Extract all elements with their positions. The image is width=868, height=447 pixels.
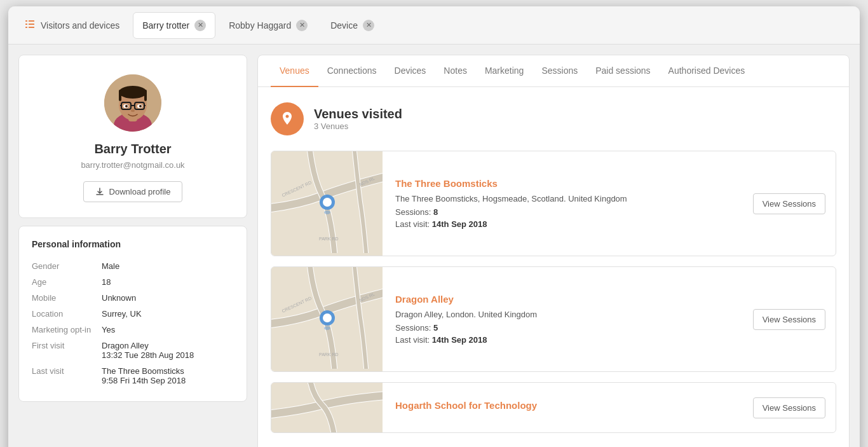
info-value-location: Surrey, UK xyxy=(102,309,234,319)
left-panel: Barry Trotter barry.trotter@notgmail.co.… xyxy=(18,55,247,447)
venue-sessions-1: Sessions: 8 xyxy=(395,207,740,217)
tab-robby-close[interactable]: ✕ xyxy=(296,20,308,31)
tab-barry-label: Barry trotter xyxy=(142,20,189,31)
right-panel: Venues Connections Devices Notes Marketi… xyxy=(257,55,850,447)
svg-rect-4 xyxy=(25,27,27,28)
venue-name-1: The Three Boomsticks xyxy=(395,178,740,189)
venues-header: Venues visited 3 Venues xyxy=(271,102,836,135)
svg-text:PARK RD: PARK RD xyxy=(319,352,339,357)
view-sessions-button-3[interactable]: View Sessions xyxy=(753,397,825,418)
tab-marketing[interactable]: Marketing xyxy=(476,55,532,87)
svg-point-36 xyxy=(324,326,330,330)
info-value-last-visit: The Three Boomsticks 9:58 Fri 14th Sep 2… xyxy=(102,366,234,385)
content-body: Venues visited 3 Venues xyxy=(258,87,849,447)
venues-count: 3 Venues xyxy=(314,121,402,131)
svg-rect-2 xyxy=(25,24,27,25)
info-label-last-visit: Last visit xyxy=(32,366,102,385)
tab-bar: Visitors and devices Barry trotter ✕ Rob… xyxy=(8,6,860,45)
svg-point-22 xyxy=(131,109,135,112)
content-tabs: Venues Connections Devices Notes Marketi… xyxy=(258,55,849,87)
info-value-age: 18 xyxy=(102,277,234,287)
personal-info-title: Personal information xyxy=(32,239,234,249)
main-content: Barry Trotter barry.trotter@notgmail.co.… xyxy=(8,45,860,447)
svg-rect-11 xyxy=(119,90,121,101)
svg-point-28 xyxy=(323,198,332,207)
download-profile-button[interactable]: Download profile xyxy=(83,181,183,202)
tab-authorised-devices[interactable]: Authorised Devices xyxy=(660,55,754,87)
tab-notes[interactable]: Notes xyxy=(435,55,476,87)
venue-name-3: Hogarth School for Technology xyxy=(395,400,740,411)
svg-rect-1 xyxy=(29,20,34,22)
personal-info-card: Personal information Gender Male Age 18 … xyxy=(18,226,247,402)
tab-device-label: Device xyxy=(330,20,358,31)
svg-text:PARK RD: PARK RD xyxy=(319,237,339,241)
avatar xyxy=(104,74,161,132)
info-value-first-visit: Dragon Alley 13:32 Tue 28th Aug 2018 xyxy=(102,341,234,360)
venue-name-2: Dragon Alley xyxy=(395,294,740,305)
tab-connections[interactable]: Connections xyxy=(318,55,386,87)
venue-map-1: CRESCENT RD NDS RL PARK RD xyxy=(271,151,383,256)
venues-visited-title: Venues visited xyxy=(314,107,402,121)
info-row-marketing: Marketing opt-in Yes xyxy=(32,322,234,338)
tab-device[interactable]: Device ✕ xyxy=(321,12,384,39)
venue-last-visit-2: Last visit: 14th Sep 2018 xyxy=(395,335,740,345)
tab-venues[interactable]: Venues xyxy=(271,55,318,87)
profile-card: Barry Trotter barry.trotter@notgmail.co.… xyxy=(18,55,247,218)
svg-rect-5 xyxy=(29,27,34,28)
tab-barry[interactable]: Barry trotter ✕ xyxy=(133,12,215,39)
list-icon xyxy=(24,18,36,32)
svg-point-10 xyxy=(119,86,147,99)
profile-name: Barry Trotter xyxy=(94,142,171,156)
tab-robby[interactable]: Robby Haggard ✕ xyxy=(219,12,317,39)
tab-barry-close[interactable]: ✕ xyxy=(194,20,206,31)
venues-title-group: Venues visited 3 Venues xyxy=(314,107,402,131)
venue-address-2: Dragon Alley, London. United Kingdom xyxy=(395,310,740,319)
venue-card-three-boomsticks: CRESCENT RD NDS RL PARK RD The Three Boo… xyxy=(271,151,836,256)
tab-robby-label: Robby Haggard xyxy=(229,20,291,31)
tab-devices[interactable]: Devices xyxy=(386,55,435,87)
venue-icon-circle xyxy=(271,102,304,135)
info-row-location: Location Surrey, UK xyxy=(32,306,234,322)
map-pin-icon xyxy=(279,111,295,127)
venue-info-3: Hogarth School for Technology xyxy=(383,383,753,432)
tab-device-close[interactable]: ✕ xyxy=(363,20,374,31)
info-row-gender: Gender Male xyxy=(32,258,234,274)
tab-visitors-label: Visitors and devices xyxy=(41,20,119,31)
svg-rect-3 xyxy=(29,24,34,25)
info-row-mobile: Mobile Unknown xyxy=(32,290,234,306)
venue-address-1: The Three Boomsticks, Hogsmeade, Scotlan… xyxy=(395,194,740,203)
download-icon xyxy=(95,188,104,196)
tab-paid-sessions[interactable]: Paid sessions xyxy=(587,55,659,87)
svg-point-19 xyxy=(125,105,128,107)
venue-info-1: The Three Boomsticks The Three Boomstick… xyxy=(383,151,753,256)
info-label-marketing: Marketing opt-in xyxy=(32,325,102,334)
info-label-first-visit: First visit xyxy=(32,341,102,360)
svg-point-35 xyxy=(323,313,332,322)
svg-rect-0 xyxy=(25,20,27,22)
info-label-gender: Gender xyxy=(32,261,102,271)
venue-card-hogarth: Hogarth School for Technology View Sessi… xyxy=(271,382,836,433)
info-value-marketing: Yes xyxy=(102,325,234,334)
venue-sessions-2: Sessions: 5 xyxy=(395,323,740,333)
info-row-first-visit: First visit Dragon Alley 13:32 Tue 28th … xyxy=(32,338,234,363)
info-row-age: Age 18 xyxy=(32,274,234,290)
info-label-location: Location xyxy=(32,309,102,319)
view-sessions-button-2[interactable]: View Sessions xyxy=(753,309,825,330)
profile-email: barry.trotter@notgmail.co.uk xyxy=(81,160,184,170)
tab-sessions[interactable]: Sessions xyxy=(532,55,587,87)
info-value-gender: Male xyxy=(102,261,234,271)
svg-point-29 xyxy=(324,210,330,214)
venue-last-visit-1: Last visit: 14th Sep 2018 xyxy=(395,219,740,229)
view-sessions-button-1[interactable]: View Sessions xyxy=(753,193,825,214)
venue-info-2: Dragon Alley Dragon Alley, London. Unite… xyxy=(383,267,753,371)
info-row-last-visit: Last visit The Three Boomsticks 9:58 Fri… xyxy=(32,363,234,389)
info-label-age: Age xyxy=(32,277,102,287)
svg-point-21 xyxy=(139,105,142,107)
app-window: Visitors and devices Barry trotter ✕ Rob… xyxy=(8,6,860,447)
info-label-mobile: Mobile xyxy=(32,293,102,303)
venue-map-3 xyxy=(271,383,383,432)
venue-map-2: CRESCENT RD NDS RL PARK RD xyxy=(271,267,383,371)
tab-visitors-devices[interactable]: Visitors and devices xyxy=(15,12,129,39)
svg-rect-12 xyxy=(144,90,147,101)
venue-card-dragon-alley: CRESCENT RD NDS RL PARK RD Dragon Alley … xyxy=(271,266,836,372)
